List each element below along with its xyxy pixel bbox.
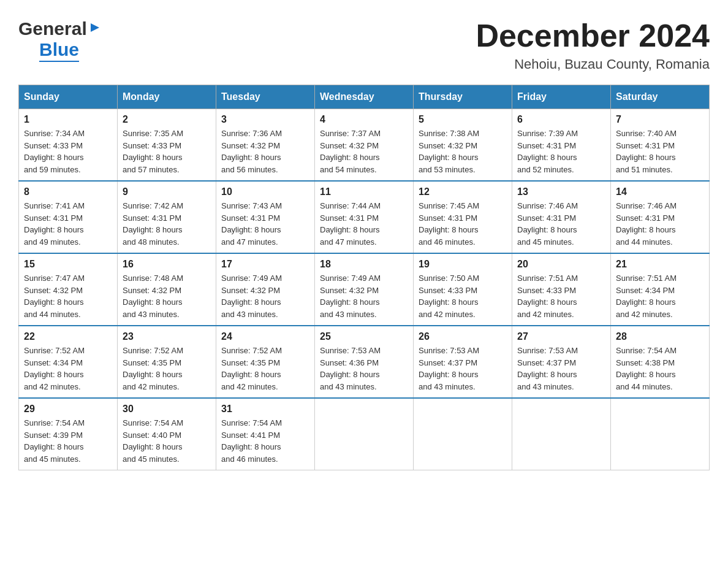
- calendar-table: Sunday Monday Tuesday Wednesday Thursday…: [18, 85, 710, 470]
- day-number: 7: [616, 114, 704, 125]
- table-row: 1 Sunrise: 7:34 AM Sunset: 4:33 PM Dayli…: [19, 109, 118, 182]
- day-info: Sunrise: 7:52 AM Sunset: 4:35 PM Dayligh…: [221, 345, 309, 393]
- calendar-week-1: 1 Sunrise: 7:34 AM Sunset: 4:33 PM Dayli…: [19, 109, 710, 182]
- calendar-week-4: 22 Sunrise: 7:52 AM Sunset: 4:34 PM Dayl…: [19, 326, 710, 398]
- day-info: Sunrise: 7:51 AM Sunset: 4:33 PM Dayligh…: [517, 272, 605, 320]
- day-number: 16: [123, 259, 211, 270]
- table-row: 9 Sunrise: 7:42 AM Sunset: 4:31 PM Dayli…: [118, 181, 216, 253]
- table-row: 22 Sunrise: 7:52 AM Sunset: 4:34 PM Dayl…: [19, 326, 118, 398]
- col-saturday: Saturday: [611, 85, 710, 109]
- day-number: 22: [24, 331, 112, 342]
- table-row: 3 Sunrise: 7:36 AM Sunset: 4:32 PM Dayli…: [216, 109, 315, 182]
- day-number: 28: [616, 331, 704, 342]
- day-info: Sunrise: 7:54 AM Sunset: 4:38 PM Dayligh…: [616, 345, 704, 393]
- day-info: Sunrise: 7:42 AM Sunset: 4:31 PM Dayligh…: [123, 200, 211, 248]
- table-row: 31 Sunrise: 7:54 AM Sunset: 4:41 PM Dayl…: [216, 398, 315, 470]
- day-info: Sunrise: 7:39 AM Sunset: 4:31 PM Dayligh…: [517, 128, 605, 175]
- day-info: Sunrise: 7:37 AM Sunset: 4:32 PM Dayligh…: [320, 128, 408, 175]
- day-number: 4: [320, 114, 408, 125]
- day-number: 3: [221, 114, 309, 125]
- table-row: 24 Sunrise: 7:52 AM Sunset: 4:35 PM Dayl…: [216, 326, 315, 398]
- logo: General Blue: [18, 18, 100, 62]
- day-info: Sunrise: 7:49 AM Sunset: 4:32 PM Dayligh…: [320, 272, 408, 320]
- day-number: 9: [123, 186, 211, 197]
- logo-arrow-icon: [89, 22, 100, 36]
- table-row: 23 Sunrise: 7:52 AM Sunset: 4:35 PM Dayl…: [118, 326, 216, 398]
- day-info: Sunrise: 7:53 AM Sunset: 4:37 PM Dayligh…: [419, 345, 507, 393]
- calendar-header-row: Sunday Monday Tuesday Wednesday Thursday…: [19, 85, 710, 109]
- table-row: 7 Sunrise: 7:40 AM Sunset: 4:31 PM Dayli…: [611, 109, 710, 182]
- day-number: 27: [517, 331, 605, 342]
- day-info: Sunrise: 7:35 AM Sunset: 4:33 PM Dayligh…: [123, 128, 211, 175]
- table-row: 12 Sunrise: 7:45 AM Sunset: 4:31 PM Dayl…: [414, 181, 512, 253]
- day-info: Sunrise: 7:38 AM Sunset: 4:32 PM Dayligh…: [419, 128, 507, 175]
- day-number: 29: [24, 404, 112, 415]
- svg-marker-0: [91, 23, 99, 32]
- table-row: 16 Sunrise: 7:48 AM Sunset: 4:32 PM Dayl…: [118, 253, 216, 326]
- day-number: 30: [123, 404, 211, 415]
- table-row: 15 Sunrise: 7:47 AM Sunset: 4:32 PM Dayl…: [19, 253, 118, 326]
- day-number: 17: [221, 259, 309, 270]
- day-info: Sunrise: 7:46 AM Sunset: 4:31 PM Dayligh…: [616, 200, 704, 248]
- logo-general-text: General: [18, 18, 87, 39]
- table-row: 5 Sunrise: 7:38 AM Sunset: 4:32 PM Dayli…: [414, 109, 512, 182]
- table-row: [512, 398, 611, 470]
- day-info: Sunrise: 7:36 AM Sunset: 4:32 PM Dayligh…: [221, 128, 309, 175]
- table-row: 18 Sunrise: 7:49 AM Sunset: 4:32 PM Dayl…: [315, 253, 414, 326]
- table-row: 4 Sunrise: 7:37 AM Sunset: 4:32 PM Dayli…: [315, 109, 414, 182]
- day-info: Sunrise: 7:53 AM Sunset: 4:36 PM Dayligh…: [320, 345, 408, 393]
- day-info: Sunrise: 7:52 AM Sunset: 4:35 PM Dayligh…: [123, 345, 211, 393]
- day-number: 18: [320, 259, 408, 270]
- table-row: 11 Sunrise: 7:44 AM Sunset: 4:31 PM Dayl…: [315, 181, 414, 253]
- table-row: 30 Sunrise: 7:54 AM Sunset: 4:40 PM Dayl…: [118, 398, 216, 470]
- day-info: Sunrise: 7:40 AM Sunset: 4:31 PM Dayligh…: [616, 128, 704, 175]
- day-number: 26: [419, 331, 507, 342]
- col-friday: Friday: [512, 85, 611, 109]
- table-row: 13 Sunrise: 7:46 AM Sunset: 4:31 PM Dayl…: [512, 181, 611, 253]
- day-info: Sunrise: 7:54 AM Sunset: 4:39 PM Dayligh…: [24, 417, 112, 465]
- day-info: Sunrise: 7:43 AM Sunset: 4:31 PM Dayligh…: [221, 200, 309, 248]
- day-number: 1: [24, 114, 112, 125]
- day-info: Sunrise: 7:54 AM Sunset: 4:40 PM Dayligh…: [123, 417, 211, 465]
- day-number: 12: [419, 186, 507, 197]
- day-number: 23: [123, 331, 211, 342]
- table-row: 8 Sunrise: 7:41 AM Sunset: 4:31 PM Dayli…: [19, 181, 118, 253]
- col-sunday: Sunday: [19, 85, 118, 109]
- day-info: Sunrise: 7:48 AM Sunset: 4:32 PM Dayligh…: [123, 272, 211, 320]
- day-info: Sunrise: 7:51 AM Sunset: 4:34 PM Dayligh…: [616, 272, 704, 320]
- table-row: 26 Sunrise: 7:53 AM Sunset: 4:37 PM Dayl…: [414, 326, 512, 398]
- logo-blue-text: Blue: [39, 39, 79, 60]
- day-info: Sunrise: 7:45 AM Sunset: 4:31 PM Dayligh…: [419, 200, 507, 248]
- table-row: 29 Sunrise: 7:54 AM Sunset: 4:39 PM Dayl…: [19, 398, 118, 470]
- day-info: Sunrise: 7:44 AM Sunset: 4:31 PM Dayligh…: [320, 200, 408, 248]
- day-number: 5: [419, 114, 507, 125]
- day-info: Sunrise: 7:46 AM Sunset: 4:31 PM Dayligh…: [517, 200, 605, 248]
- table-row: 10 Sunrise: 7:43 AM Sunset: 4:31 PM Dayl…: [216, 181, 315, 253]
- calendar-week-5: 29 Sunrise: 7:54 AM Sunset: 4:39 PM Dayl…: [19, 398, 710, 470]
- table-row: [315, 398, 414, 470]
- table-row: 28 Sunrise: 7:54 AM Sunset: 4:38 PM Dayl…: [611, 326, 710, 398]
- table-row: 14 Sunrise: 7:46 AM Sunset: 4:31 PM Dayl…: [611, 181, 710, 253]
- day-number: 6: [517, 114, 605, 125]
- page-header: General Blue December 2024 Nehoiu, Buzau…: [18, 18, 710, 72]
- table-row: 2 Sunrise: 7:35 AM Sunset: 4:33 PM Dayli…: [118, 109, 216, 182]
- table-row: 6 Sunrise: 7:39 AM Sunset: 4:31 PM Dayli…: [512, 109, 611, 182]
- table-row: 17 Sunrise: 7:49 AM Sunset: 4:32 PM Dayl…: [216, 253, 315, 326]
- day-number: 20: [517, 259, 605, 270]
- table-row: 25 Sunrise: 7:53 AM Sunset: 4:36 PM Dayl…: [315, 326, 414, 398]
- title-section: December 2024 Nehoiu, Buzau County, Roma…: [476, 18, 710, 72]
- day-info: Sunrise: 7:53 AM Sunset: 4:37 PM Dayligh…: [517, 345, 605, 393]
- table-row: [611, 398, 710, 470]
- day-number: 2: [123, 114, 211, 125]
- day-number: 25: [320, 331, 408, 342]
- day-number: 8: [24, 186, 112, 197]
- calendar-week-2: 8 Sunrise: 7:41 AM Sunset: 4:31 PM Dayli…: [19, 181, 710, 253]
- table-row: [414, 398, 512, 470]
- month-title: December 2024: [476, 18, 710, 53]
- day-number: 13: [517, 186, 605, 197]
- day-number: 31: [221, 404, 309, 415]
- table-row: 19 Sunrise: 7:50 AM Sunset: 4:33 PM Dayl…: [414, 253, 512, 326]
- col-tuesday: Tuesday: [216, 85, 315, 109]
- day-number: 21: [616, 259, 704, 270]
- day-number: 15: [24, 259, 112, 270]
